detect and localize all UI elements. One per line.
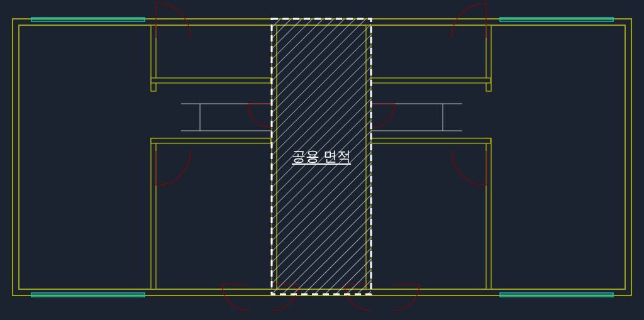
svg-rect-38 bbox=[272, 19, 371, 294]
svg-rect-9 bbox=[486, 138, 491, 289]
floor-plan-svg bbox=[0, 0, 644, 320]
svg-rect-7 bbox=[151, 138, 270, 143]
svg-rect-11 bbox=[371, 138, 491, 143]
svg-rect-5 bbox=[151, 138, 156, 289]
svg-rect-10 bbox=[371, 78, 491, 83]
cad-canvas[interactable]: 공용 면적 bbox=[0, 0, 644, 320]
svg-rect-6 bbox=[151, 78, 270, 83]
